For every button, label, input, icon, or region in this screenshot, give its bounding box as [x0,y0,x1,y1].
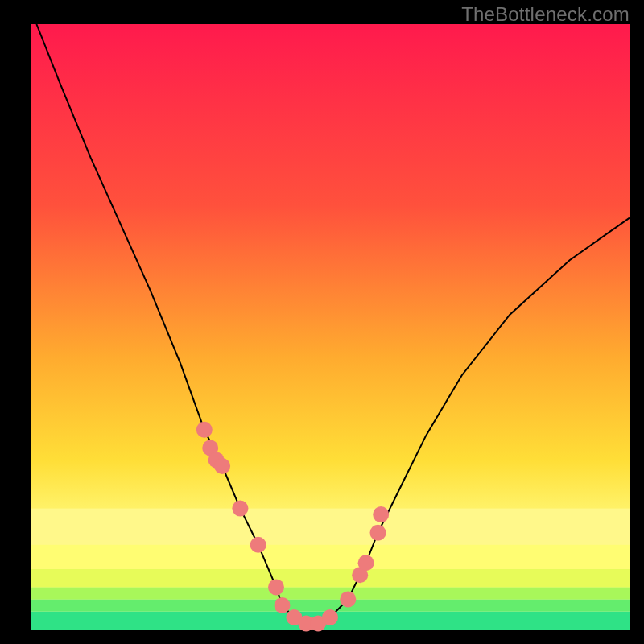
marker-dot [370,525,386,541]
svg-rect-4 [31,545,630,569]
marker-dot [358,555,374,571]
bottleneck-chart [0,0,644,644]
marker-dot [373,506,389,522]
svg-rect-5 [31,509,630,545]
svg-rect-3 [31,569,630,588]
marker-dot [322,609,338,625]
marker-dot [214,458,230,474]
marker-dot [268,579,284,595]
svg-rect-2 [31,587,630,599]
chart-stage: TheBottleneck.com [0,0,644,644]
marker-dot [250,537,266,553]
marker-dot [196,422,213,438]
marker-dot [340,591,356,607]
watermark-text: TheBottleneck.com [461,3,630,26]
marker-dot [275,597,291,613]
marker-dot [232,501,248,517]
